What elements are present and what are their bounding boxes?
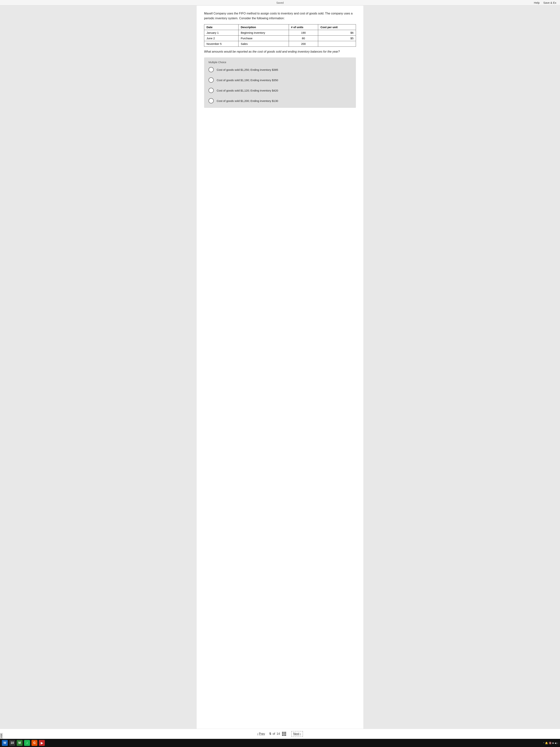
save-exit-button[interactable]: Save & Ex — [543, 1, 556, 4]
saved-label: Saved — [276, 1, 284, 4]
table-cell: 80 — [289, 35, 318, 41]
grid-icon[interactable] — [282, 732, 286, 736]
option-text-2: Cost of goods sold $1,190; Ending invent… — [217, 79, 278, 82]
prev-button[interactable]: ‹ Prev — [257, 732, 265, 736]
options-list: Cost of goods sold $1,250; Ending invent… — [209, 67, 351, 103]
next-dashed-box[interactable]: Next › — [291, 731, 303, 737]
next-button[interactable]: Next › — [293, 732, 301, 736]
option-text-3: Cost of goods sold $1,120; Ending invent… — [217, 89, 278, 92]
main-content: Maxell Company uses the FIFO method to a… — [197, 5, 363, 729]
table-cell: 200 — [289, 41, 318, 47]
table-cell: November 5 — [204, 41, 239, 47]
col-description: Description — [238, 24, 289, 30]
data-table: Date Description # of units Cost per uni… — [204, 24, 356, 47]
taskbar-word-icon[interactable]: W — [2, 740, 8, 746]
taskbar: W 10 M ♪ G ▶ ^ 🔔 🔇 ■ ◀ ♪ — [0, 739, 560, 747]
top-bar: Saved Help Save & Ex — [0, 0, 560, 5]
prev-chevron-icon: ‹ — [257, 732, 258, 736]
mc-option-3[interactable]: Cost of goods sold $1,120; Ending invent… — [209, 88, 351, 93]
mc-container: Multiple Choice Cost of goods sold $1,25… — [204, 57, 356, 108]
table-cell: Purchase — [238, 35, 289, 41]
current-page: 5 — [269, 732, 271, 736]
table-cell: $6 — [318, 30, 356, 35]
total-pages: 14 — [277, 732, 280, 736]
help-button[interactable]: Help — [534, 1, 540, 4]
next-chevron-icon: › — [300, 732, 301, 736]
table-cell — [318, 41, 356, 47]
col-units: # of units — [289, 24, 318, 30]
side-label: ation — [0, 733, 3, 739]
table-cell: $5 — [318, 35, 356, 41]
prev-label: Prev — [259, 732, 265, 736]
col-date: Date — [204, 24, 239, 30]
table-cell: 190 — [289, 30, 318, 35]
table-cell: Sales — [238, 41, 289, 47]
mc-label: Multiple Choice — [209, 61, 351, 64]
mc-option-2[interactable]: Cost of goods sold $1,190; Ending invent… — [209, 77, 351, 83]
radio-circle-2[interactable] — [209, 77, 214, 83]
option-text-4: Cost of goods sold $1,200; Ending invent… — [217, 99, 278, 102]
next-label: Next — [293, 732, 299, 736]
table-cell: June 2 — [204, 35, 239, 41]
taskbar-video-icon[interactable]: ▶ — [39, 740, 45, 746]
option-text-1: Cost of goods sold $1,250; Ending invent… — [217, 68, 278, 71]
mc-option-4[interactable]: Cost of goods sold $1,200; Ending invent… — [209, 98, 351, 103]
page-indicator: 5 of 14 — [269, 732, 287, 736]
radio-circle-3[interactable] — [209, 88, 214, 93]
radio-circle-4[interactable] — [209, 98, 214, 103]
table-cell: January 1 — [204, 30, 239, 35]
taskbar-notifications: ^ 🔔 🔇 ■ ◀ ♪ — [543, 742, 558, 744]
table-cell: Beginning inventory — [238, 30, 289, 35]
taskbar-spotify-icon[interactable]: ♪ — [24, 740, 30, 746]
nav-bar: ‹ Prev 5 of 14 Next › — [0, 729, 560, 739]
taskbar-g-icon[interactable]: G — [31, 740, 37, 746]
sub-question: What amounts would be reported as the co… — [204, 50, 356, 53]
taskbar-m-icon[interactable]: M — [17, 740, 23, 746]
taskbar-10-icon[interactable]: 10 — [9, 740, 15, 746]
taskbar-right: ^ 🔔 🔇 ■ ◀ ♪ — [543, 742, 558, 744]
radio-circle-1[interactable] — [209, 67, 214, 72]
question-intro: Maxell Company uses the FIFO method to a… — [204, 11, 356, 21]
col-cost: Cost per unit — [318, 24, 356, 30]
of-label: of — [273, 732, 275, 736]
mc-option-1[interactable]: Cost of goods sold $1,250; Ending invent… — [209, 67, 351, 72]
